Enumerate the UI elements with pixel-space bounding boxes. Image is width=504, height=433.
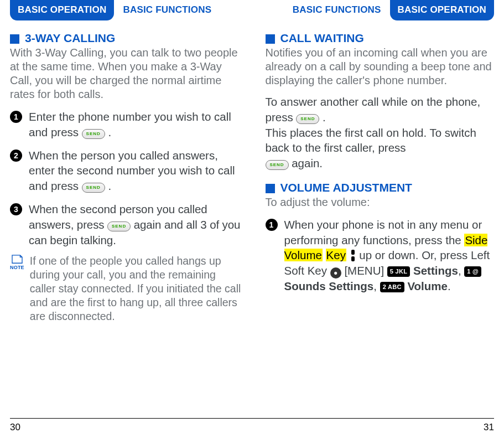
page-number-left: 30 [10, 419, 252, 433]
note-label: NOTE [10, 265, 24, 271]
key-2-icon: 2 ABC [380, 282, 404, 292]
note-icon: NOTE [10, 254, 24, 323]
step-3: 3 When the second person you called answ… [10, 202, 243, 248]
section-title-3way: 3-WAY CALLING [10, 32, 243, 45]
step-2: 2 When the person you called answers, en… [10, 148, 243, 194]
section-title-callwaiting: CALL WAITING [266, 32, 495, 45]
vol-text-a: When your phone is not in any menu or pe… [284, 218, 482, 246]
header-tabs-left: BASIC OPERATION BASIC FUNCTIONS [10, 0, 243, 20]
note-block: NOTE If one of the people you called han… [10, 254, 243, 323]
send-key-icon: SEND [82, 183, 105, 193]
side-volume-key-icon [350, 250, 356, 261]
soft-key-dot-icon: • [330, 267, 341, 279]
square-bullet-icon [10, 34, 19, 44]
intro-volume: To adjust the volume: [266, 195, 495, 209]
tab-basic-functions: BASIC FUNCTIONS [121, 0, 214, 20]
vol-volume-label: Volume [404, 280, 448, 292]
vol-sounds-label: Sounds Settings [284, 280, 374, 292]
heading-volume: VOLUME ADJUSTMENT [280, 181, 412, 194]
intro-callwaiting: Notifies you of an incoming call when yo… [266, 46, 495, 87]
step-1-text: Enter the phone number you wish to call … [29, 109, 243, 140]
callwaiting-body: To answer another call while on the phon… [266, 94, 495, 171]
step-2-period: . [108, 179, 111, 192]
key-1-icon: 1 @ [464, 266, 481, 277]
step-1: 1 Enter the phone number you wish to cal… [10, 109, 243, 140]
page-left: BASIC OPERATION BASIC FUNCTIONS 3-WAY CA… [0, 0, 252, 418]
cw-body-2b: again. [292, 157, 323, 169]
step-number-1-icon: 1 [266, 219, 278, 231]
highlight-key: Key [326, 249, 346, 261]
cw-body-2a: This places the first call on hold. To s… [266, 126, 476, 154]
page-number-right: 31 [252, 419, 495, 433]
step-2-text: When the person you called answers, ente… [29, 148, 243, 194]
key-5-icon: 5 JKL [387, 266, 410, 277]
step-1-period: . [108, 126, 111, 138]
step-1-label: Enter the phone number you wish to call … [29, 110, 231, 138]
tab-basic-operation: BASIC OPERATION [10, 0, 114, 20]
header-tabs-right: BASIC FUNCTIONS BASIC OPERATION [266, 0, 495, 20]
volume-step-1: 1 When your phone is not in any menu or … [266, 217, 495, 293]
send-key-icon: SEND [107, 221, 131, 231]
heading-3way: 3-WAY CALLING [25, 32, 115, 45]
comma-2: , [373, 280, 380, 292]
heading-callwaiting: CALL WAITING [280, 32, 364, 45]
volume-step-text: When your phone is not in any menu or pe… [284, 217, 495, 293]
comma-1: , [458, 264, 464, 277]
vol-settings-label: Settings [413, 264, 458, 277]
send-key-icon: SEND [266, 160, 289, 170]
step-3-text: When the second person you called answer… [29, 202, 243, 248]
step-2-label: When the person you called answers, ente… [29, 149, 235, 192]
page-right: BASIC FUNCTIONS BASIC OPERATION CALL WAI… [252, 0, 505, 418]
intro-3way: With 3-Way Calling, you can talk to two … [10, 46, 243, 101]
vol-menu-label: [MENU] [341, 264, 387, 277]
step-number-1-icon: 1 [10, 111, 22, 123]
cw-body-1b: . [323, 111, 326, 123]
step-number-2-icon: 2 [10, 150, 22, 162]
period: . [448, 280, 451, 292]
footer: 30 31 [10, 418, 494, 433]
step-number-3-icon: 3 [10, 203, 22, 215]
section-title-volume: VOLUME ADJUSTMENT [266, 181, 495, 194]
square-bullet-icon [266, 34, 275, 44]
send-key-icon: SEND [82, 129, 105, 139]
tab-basic-functions: BASIC FUNCTIONS [290, 0, 383, 20]
square-bullet-icon [266, 184, 275, 193]
note-text: If one of the people you called hangs up… [30, 254, 243, 323]
send-key-icon: SEND [296, 114, 319, 124]
tab-basic-operation: BASIC OPERATION [390, 0, 494, 20]
